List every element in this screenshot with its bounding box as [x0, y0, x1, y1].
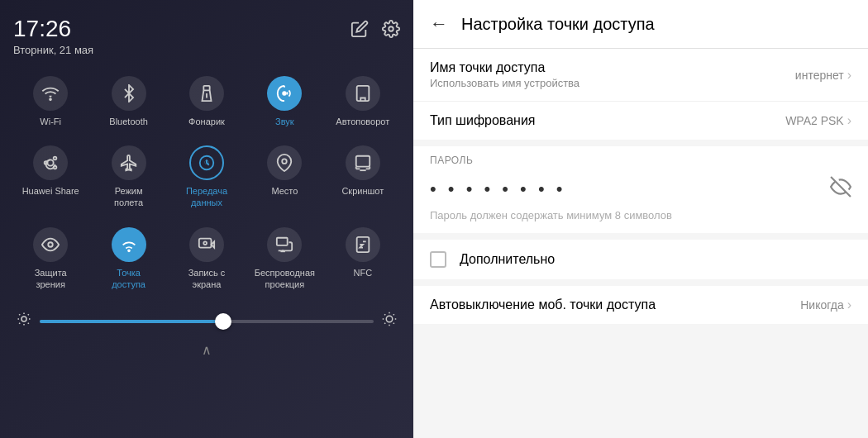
toggle-screen-record[interactable]: Запись сэкрана: [169, 221, 244, 296]
svg-point-30: [21, 317, 26, 321]
settings-content: Имя точки доступа Использовать имя устро…: [413, 49, 868, 438]
toggle-hotspot[interactable]: Точкадоступа: [91, 221, 165, 296]
additional-label: Дополнительно: [460, 252, 555, 267]
brightness-slider[interactable]: [40, 320, 374, 323]
nfc-icon-wrap: [346, 227, 380, 262]
screenshot-icon-wrap: [346, 145, 380, 180]
toggle-wireless-proj[interactable]: Беспроводнаяпроекция: [247, 221, 322, 296]
brightness-high-icon: [382, 312, 397, 331]
sound-icon-wrap: [267, 76, 302, 111]
auto-off-chevron: ›: [847, 298, 851, 312]
password-label: ПАРОЛЬ: [413, 146, 868, 169]
svg-line-33: [19, 314, 20, 315]
password-visibility-toggle[interactable]: [830, 176, 851, 202]
svg-line-42: [384, 314, 385, 315]
quick-settings-panel: 17:26 Вторник, 21 мая: [0, 0, 413, 438]
swipe-up-icon: ∧: [202, 342, 212, 358]
brightness-fill: [40, 320, 223, 323]
svg-rect-25: [199, 238, 212, 247]
data-icon-wrap: ①: [189, 145, 224, 180]
bluetooth-label: Bluetooth: [109, 116, 147, 127]
autorotate-icon-wrap: [346, 76, 380, 111]
svg-line-38: [28, 314, 29, 315]
back-button[interactable]: ←: [430, 13, 448, 35]
svg-point-1: [50, 98, 51, 100]
toggle-screenshot[interactable]: Скриншот: [326, 139, 400, 214]
hotspot-name-title: Имя точки доступа: [430, 60, 579, 75]
airplane-label: Режимполета: [114, 185, 143, 209]
flashlight-icon-wrap: [189, 76, 224, 111]
svg-line-43: [393, 323, 394, 324]
autorotate-label: Автоповорот: [336, 116, 389, 127]
svg-line-47: [393, 314, 394, 315]
airplane-icon-wrap: [112, 145, 146, 180]
svg-point-24: [128, 250, 130, 251]
hotspot-label: Точкадоступа: [112, 267, 145, 291]
flashlight-label: Фонарик: [188, 116, 225, 127]
location-icon-wrap: [267, 145, 302, 180]
screenshot-label: Скриншот: [341, 185, 384, 197]
toggle-eye-comfort[interactable]: Защитазрения: [13, 221, 88, 296]
wifi-label: Wi-Fi: [40, 116, 61, 127]
toggle-sound[interactable]: Звук: [247, 69, 322, 132]
settings-header: ← Настройка точки доступа: [413, 0, 868, 49]
brightness-row: [13, 305, 400, 337]
name-encryption-section: Имя точки доступа Использовать имя устро…: [413, 49, 868, 140]
svg-text:①: ①: [204, 159, 209, 166]
brightness-low-icon: [17, 312, 31, 331]
time-block: 17:26 Вторник, 21 мая: [13, 17, 93, 56]
huawei-share-icon-wrap: [33, 145, 68, 180]
svg-rect-2: [203, 86, 209, 91]
svg-point-39: [386, 317, 393, 323]
additional-checkbox[interactable]: [430, 251, 446, 268]
svg-point-23: [48, 242, 53, 247]
brightness-thumb: [215, 313, 231, 330]
svg-point-11: [54, 166, 57, 169]
password-hint: Пароль должен содержать минимум 8 символ…: [413, 206, 868, 233]
toggle-nfc[interactable]: NFC: [326, 221, 400, 296]
password-field-row: • • • • • • • •: [413, 169, 868, 206]
status-bar: 17:26 Вторник, 21 мая: [13, 17, 400, 56]
toggle-data-transfer[interactable]: ① Передачаданных: [169, 139, 244, 214]
settings-gear-icon[interactable]: [382, 20, 400, 42]
svg-point-9: [54, 157, 57, 160]
hotspot-name-subtitle: Использовать имя устройства: [430, 77, 579, 89]
toggle-row-3: Защитазрения Точкадоступа За: [13, 221, 400, 296]
toggle-flashlight[interactable]: Фонарик: [169, 69, 244, 132]
toggle-bluetooth[interactable]: Bluetooth: [91, 69, 165, 132]
screen-record-label: Запись сэкрана: [188, 267, 226, 291]
password-dots[interactable]: • • • • • • • •: [430, 179, 565, 200]
sound-label: Звук: [275, 116, 294, 127]
wireless-proj-icon-wrap: [267, 227, 302, 262]
toggle-autorotate[interactable]: Автоповорот: [326, 69, 400, 132]
huawei-share-label: Huawei Share: [22, 185, 79, 197]
screen-record-icon-wrap: [189, 227, 224, 262]
location-label: Место: [271, 185, 298, 197]
hotspot-name-row[interactable]: Имя точки доступа Использовать имя устро…: [413, 49, 868, 102]
toggle-airplane[interactable]: Режимполета: [91, 139, 165, 214]
toggle-huawei-share[interactable]: Huawei Share: [13, 139, 88, 214]
svg-point-4: [284, 92, 287, 95]
auto-off-value: Никогда: [800, 298, 843, 312]
toggle-location[interactable]: Место: [247, 139, 322, 214]
auto-off-title: Автовыключение моб. точки доступа: [430, 298, 656, 312]
eye-icon-wrap: [33, 227, 68, 262]
svg-rect-28: [277, 237, 288, 245]
svg-line-46: [384, 323, 385, 324]
encryption-row[interactable]: Тип шифрования WPA2 PSK ›: [413, 102, 868, 140]
svg-line-37: [19, 323, 20, 324]
encryption-title: Тип шифрования: [430, 113, 536, 128]
svg-point-0: [389, 26, 393, 31]
date: Вторник, 21 мая: [13, 44, 93, 56]
toggle-row-2: Huawei Share Режимполета ① Передачаданны: [13, 139, 400, 214]
edit-icon[interactable]: [351, 20, 369, 42]
hotspot-name-value: интернет: [795, 69, 844, 82]
eye-comfort-label: Защитазрения: [35, 267, 67, 291]
wireless-proj-label: Беспроводнаяпроекция: [255, 267, 315, 291]
toggle-wifi[interactable]: Wi-Fi: [13, 69, 88, 132]
additional-checkbox-row[interactable]: Дополнительно: [413, 240, 868, 279]
auto-off-row[interactable]: Автовыключение моб. точки доступа Никогд…: [413, 286, 868, 324]
bluetooth-icon-wrap: [112, 76, 146, 111]
svg-point-16: [283, 159, 288, 164]
svg-line-34: [28, 323, 29, 324]
